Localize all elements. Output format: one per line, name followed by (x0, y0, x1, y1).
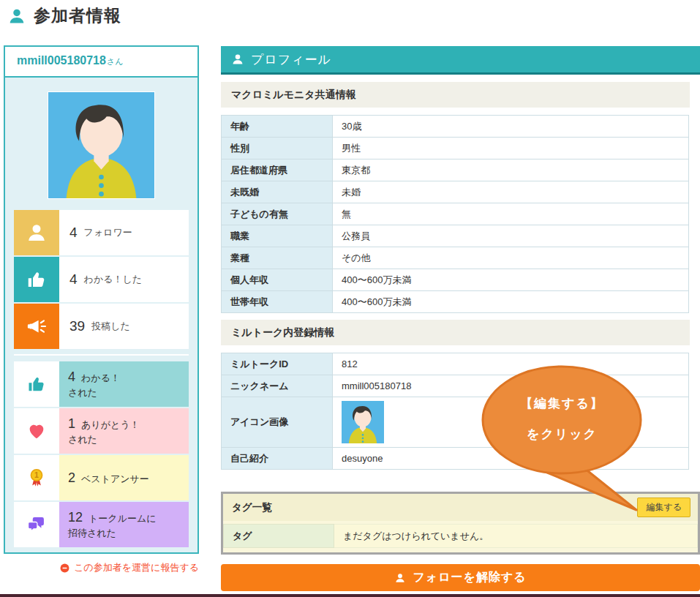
svg-text:1: 1 (34, 470, 39, 479)
heart-icon (14, 408, 59, 454)
unfollow-button-label: フォローを解除する (413, 570, 526, 585)
stat-wakaru-given: 4 わかる！した (14, 257, 189, 302)
stat-label: わかる！ (81, 372, 120, 385)
table-row: 業種その他 (222, 247, 689, 269)
stat-value: 4 (69, 271, 78, 288)
table-row: 自己紹介desuyone (222, 448, 689, 470)
stat-label-line2: 招待された (68, 527, 189, 540)
table-row: 未既婚未婚 (222, 181, 689, 203)
stat-label: ベストアンサー (81, 473, 149, 486)
thumb-icon (14, 361, 59, 407)
table-row: 世帯年収400〜600万未満 (222, 291, 689, 313)
table-row: 職業公務員 (222, 225, 689, 247)
username-row: mmill005180718 さん (5, 47, 197, 78)
stat-value: 39 (69, 318, 85, 334)
section-header-common-info: マクロミルモニタ共通情報 (221, 82, 690, 108)
stat-value: 4 (69, 225, 78, 241)
stat-talkroom-invited: 12 トークルームに 招待された (14, 502, 189, 547)
miltalk-info-table: ミルトークID812 ニックネームmmill005180718 アイコン画像 自… (221, 353, 689, 470)
profile-icon-image (342, 401, 384, 443)
megaphone-icon (14, 304, 59, 349)
page-title: 参加者情報 (7, 4, 121, 27)
report-link-label: この参加者を運営に報告する (74, 561, 199, 574)
person-icon (14, 210, 59, 255)
table-row: 性別男性 (222, 138, 689, 159)
table-row: 居住都道府県東京都 (222, 159, 689, 181)
stat-label: トークルームに (89, 512, 157, 525)
tag-value: まだタグはつけられていません。 (334, 524, 698, 548)
participant-card: mmill005180718 さん 4 フォロワー (4, 45, 199, 554)
chat-icon (14, 502, 59, 547)
person-icon (7, 7, 26, 26)
stat-value: 2 (68, 470, 75, 486)
thumb-icon (14, 257, 59, 302)
stat-best-answer: 1 2 ベストアンサー (14, 455, 189, 500)
table-row: アイコン画像 (222, 397, 689, 448)
stat-label: わかる！した (84, 273, 143, 286)
stat-label-line2: された (68, 386, 189, 399)
table-row: ニックネームmmill005180718 (222, 375, 689, 397)
stat-arigatou-received: 1 ありがとう！ された (14, 408, 189, 454)
footer-divider (0, 594, 700, 597)
stat-label-line2: された (68, 433, 189, 446)
stat-posts: 39 投稿した (14, 304, 189, 349)
section-header-miltalk-info: ミルトーク内登録情報 (221, 320, 690, 345)
table-row: 年齢30歳 (222, 116, 689, 138)
unfollow-button[interactable]: フォローを解除する (221, 564, 700, 591)
stats-divider (14, 354, 189, 356)
stat-value: 1 (68, 416, 75, 432)
table-row: 子どもの有無無 (222, 203, 689, 225)
stat-wakaru-received: 4 わかる！ された (14, 361, 189, 407)
stat-label: ありがとう！ (81, 418, 140, 432)
tag-section: タグ一覧 編集する タグ まだタグはつけられていません。 (221, 492, 700, 555)
common-info-table: 年齢30歳 性別男性 居住都道府県東京都 未既婚未婚 子どもの有無無 職業公務員… (221, 115, 689, 313)
minus-circle-icon (59, 563, 70, 574)
stat-value: 12 (68, 510, 83, 525)
stat-value: 4 (68, 369, 75, 385)
stats-primary: 4 フォロワー 4 わかる！した (14, 210, 189, 349)
avatar-image (48, 92, 154, 198)
panel-title: プロフィール (251, 51, 331, 68)
card-body: 4 フォロワー 4 わかる！した (5, 78, 197, 547)
tag-section-header: タグ一覧 編集する (223, 494, 698, 521)
person-icon (231, 53, 244, 66)
avatar (48, 91, 155, 199)
participant-info-page: 参加者情報 mmill005180718 さん 4 フォロワー (0, 0, 700, 597)
medal-icon: 1 (14, 455, 59, 500)
profile-panel-header: プロフィール (221, 46, 700, 75)
report-participant-link[interactable]: この参加者を運営に報告する (4, 561, 199, 574)
tag-row: タグ まだタグはつけられていません。 (223, 524, 698, 548)
edit-tags-button[interactable]: 編集する (637, 497, 690, 517)
page-title-text: 参加者情報 (34, 4, 121, 27)
person-icon (394, 572, 406, 584)
table-row: 個人年収400〜600万未満 (222, 269, 689, 291)
tag-label: タグ (223, 524, 334, 548)
stat-label: 投稿した (91, 320, 130, 333)
username-suffix: さん (107, 56, 124, 67)
tag-list-title: タグ一覧 (232, 501, 272, 514)
stat-label: フォロワー (84, 226, 132, 239)
stat-followers: 4 フォロワー (14, 210, 189, 255)
table-row: ミルトークID812 (222, 353, 689, 375)
stats-secondary: 4 わかる！ された 1 ありがとう！ (14, 361, 189, 547)
username: mmill005180718 (17, 54, 106, 67)
